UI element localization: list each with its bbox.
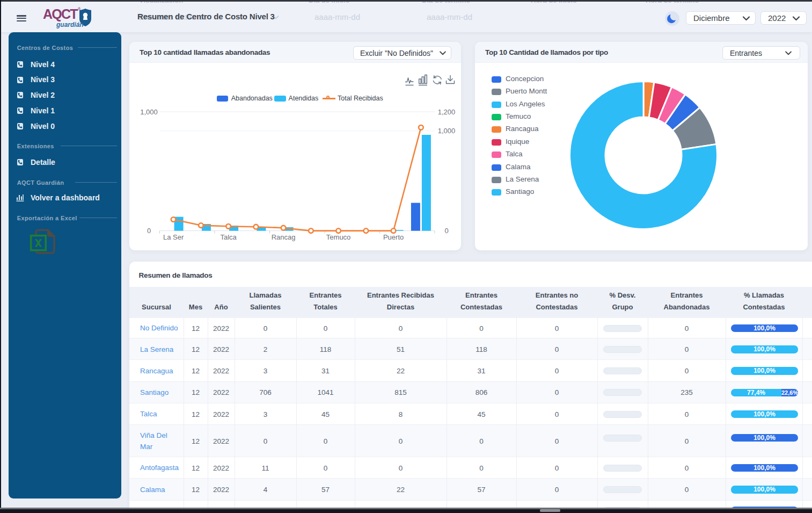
svg-text:1,200: 1,200: [438, 108, 456, 116]
svg-text:Talca: Talca: [220, 233, 237, 241]
svg-text:0: 0: [147, 227, 151, 235]
svg-text:Temuco: Temuco: [326, 233, 351, 241]
svg-text:La Ser: La Ser: [163, 233, 184, 241]
svg-text:Rancag: Rancag: [272, 233, 296, 241]
svg-text:Puerto: Puerto: [383, 233, 404, 241]
svg-text:1,000: 1,000: [438, 127, 456, 135]
svg-text:0: 0: [444, 227, 448, 235]
svg-text:1,000: 1,000: [140, 108, 158, 116]
